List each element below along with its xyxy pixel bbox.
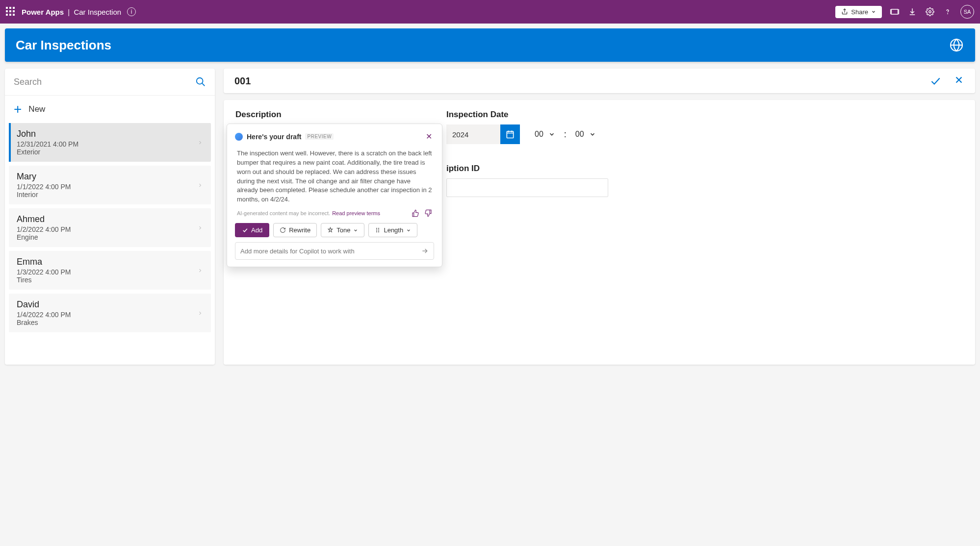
list-item[interactable]: David1/4/2022 4:00 PMBrakes — [9, 294, 211, 332]
chevron-right-icon — [197, 309, 203, 318]
id-field: iption ID — [446, 164, 963, 197]
waffle-icon[interactable] — [6, 7, 16, 17]
list-item[interactable]: Ahmed1/2/2022 4:00 PMEngine — [9, 208, 211, 247]
chevron-down-icon — [871, 9, 876, 14]
copilot-disclaimer: AI-generated content may be incorrect. R… — [237, 209, 432, 217]
share-button[interactable]: Share — [835, 6, 882, 18]
thumbs-up-icon[interactable] — [412, 209, 419, 217]
list-item-type: Engine — [17, 233, 197, 241]
left-pane: + New John12/31/2021 4:00 PMExteriorMary… — [5, 69, 215, 365]
detail-body: Description Inspection Date 00 — [224, 100, 975, 365]
copilot-input-row — [235, 242, 434, 260]
add-button[interactable]: Add — [235, 223, 269, 237]
avatar[interactable]: SA — [960, 5, 974, 19]
feedback-thumbs — [412, 209, 432, 217]
list-item[interactable]: Mary1/1/2022 4:00 PMInterior — [9, 166, 211, 204]
app-header: Car Inspections — [5, 28, 975, 62]
time-separator: : — [564, 129, 567, 140]
send-icon[interactable] — [421, 247, 429, 255]
minute-value: 00 — [575, 130, 584, 139]
new-button[interactable]: + New — [5, 96, 215, 123]
chevron-right-icon — [197, 266, 203, 275]
page-title: Car Inspections — [16, 38, 111, 53]
calendar-icon — [505, 129, 515, 139]
copilot-icon — [235, 133, 243, 141]
refresh-icon — [280, 227, 286, 233]
app-name: Car Inspection — [74, 8, 121, 16]
rewrite-button[interactable]: Rewrite — [273, 223, 317, 237]
fit-icon[interactable] — [890, 7, 900, 17]
date-input[interactable] — [446, 124, 500, 144]
share-icon — [841, 8, 848, 15]
list-item[interactable]: Emma1/3/2022 4:00 PMTires — [9, 251, 211, 290]
tone-button[interactable]: Tone — [321, 223, 364, 237]
length-button[interactable]: Length — [368, 223, 417, 237]
chevron-right-icon — [197, 181, 203, 190]
id-field-label: iption ID — [446, 164, 963, 174]
date-picker-button[interactable] — [500, 124, 520, 144]
chevron-down-icon — [589, 131, 596, 138]
topbar-right: Share SA — [835, 5, 974, 19]
search-input[interactable] — [14, 77, 195, 87]
list-item-name: Ahmed — [17, 214, 197, 224]
list-item-date: 12/31/2021 4:00 PM — [17, 140, 197, 148]
topbar: Power Apps | Car Inspection i Share SA — [0, 0, 980, 24]
svg-rect-0 — [891, 9, 898, 14]
globe-icon[interactable] — [949, 37, 964, 53]
search-icon[interactable] — [195, 76, 206, 87]
detail-id: 001 — [234, 75, 251, 87]
svg-point-1 — [929, 11, 931, 13]
help-icon[interactable] — [943, 7, 953, 17]
cancel-icon[interactable] — [954, 74, 964, 87]
close-icon[interactable]: ✕ — [424, 131, 434, 142]
thumbs-down-icon[interactable] — [424, 209, 432, 217]
copilot-actions: Add Rewrite Tone Len — [235, 223, 434, 237]
detail-actions — [929, 74, 964, 87]
description-label: Description — [235, 110, 417, 120]
search-row — [5, 69, 215, 96]
date-row: 00 : 00 — [446, 124, 963, 144]
info-icon[interactable]: i — [127, 7, 136, 16]
right-pane: 001 Description In — [224, 69, 975, 365]
copilot-input[interactable] — [240, 248, 421, 255]
list-item-name: John — [17, 129, 197, 139]
list-item[interactable]: John12/31/2021 4:00 PMExterior — [9, 123, 211, 162]
list-item-body: John12/31/2021 4:00 PMExterior — [17, 129, 197, 156]
list-item-body: Ahmed1/2/2022 4:00 PMEngine — [17, 214, 197, 241]
length-label: Length — [384, 226, 403, 234]
plus-icon: + — [14, 102, 22, 116]
list-item-date: 1/1/2022 4:00 PM — [17, 183, 197, 191]
svg-point-4 — [197, 78, 203, 84]
settings-icon[interactable] — [925, 7, 935, 17]
list-item-name: Mary — [17, 172, 197, 182]
content-row: + New John12/31/2021 4:00 PMExteriorMary… — [5, 69, 975, 365]
hour-value: 00 — [535, 130, 543, 139]
new-label: New — [28, 104, 45, 114]
list-item-body: Mary1/1/2022 4:00 PMInterior — [17, 172, 197, 199]
copilot-header: Here's your draft PREVIEW ✕ — [235, 131, 434, 142]
hour-select[interactable]: 00 — [528, 124, 562, 144]
copilot-popover: Here's your draft PREVIEW ✕ The inspecti… — [227, 124, 442, 267]
download-icon[interactable] — [907, 7, 917, 17]
date-label: Inspection Date — [446, 110, 963, 120]
share-label: Share — [851, 8, 868, 16]
check-icon — [242, 227, 248, 233]
rewrite-label: Rewrite — [289, 226, 310, 234]
topbar-title: Power Apps | Car Inspection — [22, 8, 121, 16]
submit-icon[interactable] — [929, 74, 942, 87]
chevron-right-icon — [197, 138, 203, 147]
minute-select[interactable]: 00 — [568, 124, 603, 144]
avatar-initials: SA — [964, 9, 971, 15]
product-name: Power Apps — [22, 8, 64, 16]
chevron-down-icon — [406, 228, 411, 233]
list-item-type: Brakes — [17, 319, 197, 326]
id-input[interactable] — [446, 178, 608, 197]
list-item-type: Exterior — [17, 148, 197, 156]
preview-badge: PREVIEW — [305, 133, 334, 140]
disclaimer-link[interactable]: Read preview terms — [332, 210, 380, 216]
svg-rect-5 — [507, 131, 513, 138]
list-item-date: 1/2/2022 4:00 PM — [17, 225, 197, 233]
list-item-date: 1/4/2022 4:00 PM — [17, 311, 197, 319]
copilot-draft-text: The inspection went well. However, there… — [237, 149, 432, 204]
tone-label: Tone — [336, 226, 350, 234]
